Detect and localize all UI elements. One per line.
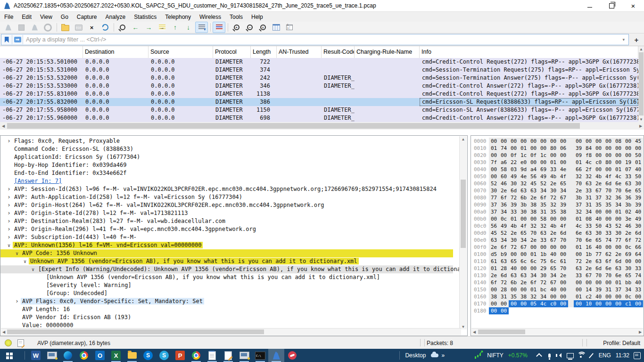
hex-byte[interactable]: 00 — [603, 293, 613, 300]
hex-byte[interactable]: 08 — [613, 138, 623, 145]
hex-byte[interactable]: 65 — [509, 258, 519, 265]
expander-open-icon[interactable]: ∨ — [5, 241, 13, 249]
hex-byte[interactable]: 00 — [519, 138, 528, 145]
hex-byte[interactable]: 34 — [519, 237, 528, 244]
expander-closed-icon[interactable]: › — [5, 225, 13, 233]
capture-stop-button[interactable] — [15, 22, 28, 33]
hex-byte[interactable]: 00 — [558, 159, 568, 166]
hex-byte[interactable]: 38 — [519, 293, 528, 300]
hex-byte[interactable]: 00 — [574, 251, 584, 258]
hex-byte[interactable]: 06 — [558, 145, 568, 152]
hex-byte[interactable]: c0 — [594, 159, 603, 166]
hex-byte[interactable]: 00 — [509, 300, 519, 307]
taskbar-item-cmd[interactable]: C:\ — [252, 349, 268, 362]
hex-byte[interactable]: 00 — [623, 145, 633, 152]
taskbar-item-skype-business[interactable]: S — [140, 349, 156, 362]
hex-byte[interactable]: 33 — [603, 230, 613, 237]
hex-byte[interactable]: 63 — [613, 265, 623, 272]
language-indicator[interactable]: ENG — [599, 352, 611, 359]
packet-row[interactable]: -06-27 20:15:53.5010000.0.0.00.0.0.0DIAM… — [0, 58, 638, 66]
hex-byte[interactable]: 50 — [633, 173, 643, 180]
detail-row[interactable]: [Group: Undecoded] — [0, 289, 453, 297]
go-first-packet-button[interactable]: ↑ — [169, 22, 182, 33]
hex-byte[interactable]: c0 — [548, 300, 558, 307]
hex-byte[interactable]: 63 — [623, 180, 633, 187]
expander-closed-icon[interactable]: › — [13, 297, 21, 305]
column-header-info[interactable]: Info — [420, 46, 638, 58]
hex-byte[interactable]: 00 — [594, 145, 603, 152]
hex-byte[interactable]: 72 — [509, 244, 519, 251]
hex-byte[interactable]: 39 — [594, 286, 603, 293]
hex-byte[interactable]: 63 — [519, 187, 528, 194]
detail-row[interactable]: ∨AVP Code: 1356 Unknown — [0, 249, 453, 257]
hex-byte[interactable]: 2e — [528, 194, 538, 201]
hex-byte[interactable]: 40 — [633, 166, 643, 173]
filter-bookmark-button[interactable] — [1, 35, 12, 44]
onedrive-desktop-status[interactable]: Desktop » — [403, 352, 445, 359]
zoom-out-button[interactable]: − — [243, 22, 256, 33]
hex-byte[interactable]: 00 — [603, 215, 613, 222]
restore-button[interactable] — [601, 0, 622, 11]
expander-closed-icon[interactable]: › — [5, 217, 13, 225]
expander-closed-icon[interactable]: › — [5, 185, 13, 193]
hex-byte[interactable]: 03 — [509, 166, 519, 173]
hex-byte[interactable]: 34 — [584, 208, 594, 215]
expander-closed-icon[interactable]: › — [5, 233, 13, 241]
taskbar-item-word[interactable]: W — [28, 349, 44, 362]
hex-row[interactable]: 00400058039da469334e662f0000010740 — [471, 166, 644, 173]
hex-byte[interactable]: 52 — [613, 222, 623, 230]
detail-row[interactable]: ›AVP: Destination-Realm(283) l=27 f=-M- … — [0, 217, 453, 225]
taskbar-item-powerpoint[interactable]: P — [172, 349, 188, 362]
expander-open-icon[interactable]: ∨ — [21, 257, 29, 265]
hex-byte[interactable]: 70 — [558, 237, 568, 244]
colorize-packets-button[interactable] — [213, 22, 225, 33]
column-header-charging-rule-name[interactable]: Charging-Rule-Name — [355, 46, 420, 58]
hex-byte[interactable]: 1c — [538, 152, 548, 159]
hex-byte[interactable]: 00 — [603, 300, 613, 307]
hex-byte[interactable]: 22 — [509, 159, 519, 166]
hex-byte[interactable]: 32 — [538, 222, 548, 230]
hex-byte[interactable]: 6d — [509, 187, 519, 194]
hex-byte[interactable]: 6e — [623, 187, 633, 194]
hex-byte[interactable]: 2e — [584, 258, 594, 265]
hex-byte[interactable]: 31 — [499, 293, 509, 300]
hex-byte[interactable]: 0c — [623, 293, 633, 300]
details-vscrollbar[interactable]: ▲ ▼ — [459, 136, 467, 329]
hex-byte[interactable]: 32 — [574, 173, 584, 180]
hex-byte[interactable]: 2e — [623, 230, 633, 237]
hex-byte[interactable]: 6f — [623, 237, 633, 244]
hex-byte[interactable]: 00 — [623, 152, 633, 159]
hex-byte[interactable]: 40 — [548, 286, 558, 293]
hex-byte[interactable]: 01 — [574, 159, 584, 166]
hex-byte[interactable]: 4b — [548, 173, 558, 180]
hex-byte[interactable]: 02 — [623, 208, 633, 215]
hex-byte[interactable]: 28 — [499, 265, 509, 272]
hex-byte[interactable]: 36 — [499, 201, 509, 208]
taskbar-item-notepad[interactable] — [204, 349, 220, 362]
filter-add-button[interactable]: + — [631, 34, 642, 45]
detail-row[interactable]: ApplicationId: Ericsson Sy (16777304) — [0, 153, 453, 161]
hex-byte[interactable]: 00 — [489, 138, 499, 145]
hex-byte[interactable]: 70 — [613, 187, 623, 194]
hex-byte[interactable]: 6d — [633, 230, 643, 237]
hex-byte[interactable]: 6f — [528, 279, 538, 286]
hex-byte[interactable]: 62 — [603, 251, 613, 258]
hex-byte[interactable]: 56 — [489, 222, 499, 230]
hex-byte[interactable]: 01 — [548, 159, 558, 166]
microphone-tray-icon[interactable] — [545, 349, 555, 362]
hex-byte[interactable]: 37 — [613, 286, 623, 293]
hex-row[interactable]: 01500028000001bc400000143931373433 — [471, 286, 644, 293]
hex-byte[interactable]: 00 — [548, 244, 558, 251]
detail-row[interactable]: [Unknown AVP 1356 (vendor=Ericsson AB), … — [0, 273, 453, 281]
hex-byte[interactable]: 00 — [519, 265, 528, 272]
hex-byte[interactable]: 39 — [574, 145, 584, 152]
hex-row[interactable]: 00903736393b3835323937313535343b39 — [471, 201, 644, 208]
capture-options-button[interactable] — [41, 22, 54, 33]
hex-byte[interactable]: 2e — [613, 251, 623, 258]
hex-row[interactable]: 01800000 — [471, 307, 644, 314]
close-file-button[interactable]: × — [85, 22, 98, 33]
menu-wireless[interactable]: Wireless — [195, 12, 225, 22]
hex-byte[interactable]: 70 — [558, 265, 568, 272]
hex-byte[interactable]: c2 — [584, 293, 594, 300]
hex-byte[interactable]: 74 — [633, 272, 643, 279]
